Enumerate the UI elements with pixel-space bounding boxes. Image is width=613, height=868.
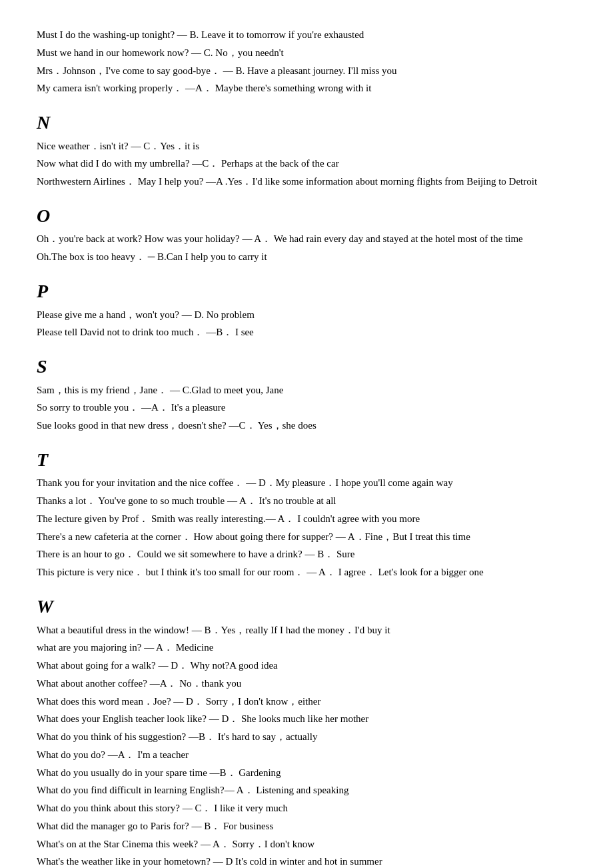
section-line: What do you think of his suggestion? —B．… — [37, 729, 576, 745]
section-line: What did the manager go to Paris for? — … — [37, 818, 576, 835]
section-line: Sam，this is my friend，Jane． — C.Glad to … — [37, 382, 576, 399]
section-line: This picture is very nice． but I think i… — [37, 564, 576, 581]
section-letter-p: P — [37, 280, 576, 303]
section-line: What do you do? —A． I'm a teacher — [37, 747, 576, 763]
section-letter-s: S — [37, 355, 576, 378]
section-line: What a beautiful dress in the window! — … — [37, 622, 576, 639]
top-line: Must I do the washing-up tonight? — B. L… — [37, 27, 576, 43]
section-line: Please give me a hand，won't you? — D. No… — [37, 307, 576, 323]
top-line: Mrs．Johnson，I've come to say good-bye． —… — [37, 63, 576, 79]
top-line: My camera isn't working properly． —A． Ma… — [37, 80, 576, 97]
section-line: What do you find difficult in learning E… — [37, 782, 576, 799]
section-line: Thanks a lot． You've gone to so much tro… — [37, 493, 576, 509]
section-letter-o: O — [37, 205, 576, 227]
section-line: What do you usually do in your spare tim… — [37, 765, 576, 781]
section-line: Thank you for your invitation and the ni… — [37, 475, 576, 491]
section-line: What do you think about this story? — C．… — [37, 800, 576, 817]
section-line: What about another coffee? —A． No．thank … — [37, 675, 576, 692]
section-line: What's on at the Star Cinema this week? … — [37, 836, 576, 853]
section-line: The lecture given by Prof． Smith was rea… — [37, 511, 576, 527]
section-letter-w: W — [37, 595, 576, 618]
top-section: Must I do the washing-up tonight? — B. L… — [37, 27, 576, 97]
section-line: What about going for a walk? — D． Why no… — [37, 657, 576, 674]
section-line: Please tell David not to drink too much．… — [37, 324, 576, 341]
section-line: Oh．you're back at work? How was your hol… — [37, 231, 576, 247]
section-line: There's a new cafeteria at the corner． H… — [37, 529, 576, 545]
section-line: What does your English teacher look like… — [37, 711, 576, 727]
section-line: What's the weather like in your hometown… — [37, 853, 576, 868]
section-line: What does this word mean．Joe? — D． Sorry… — [37, 693, 576, 710]
section-line: Oh.The box is too heavy． ─ B.Can I help … — [37, 249, 576, 265]
page-content: NNice weather．isn't it? — C．Yes．it isNow… — [37, 111, 576, 868]
section-line: Northwestern Airlines． May I help you? —… — [37, 173, 576, 190]
section-line: Now what did I do with my umbrella? —C． … — [37, 155, 576, 172]
section-line: Sue looks good in that new dress，doesn't… — [37, 417, 576, 434]
section-letter-t: T — [37, 449, 576, 471]
section-line: what are you majoring in? — A． Medicine — [37, 639, 576, 656]
section-line: Nice weather．isn't it? — C．Yes．it is — [37, 138, 576, 155]
section-line: There is an hour to go． Could we sit som… — [37, 546, 576, 563]
top-line: Must we hand in our homework now? — C. N… — [37, 45, 576, 61]
section-letter-n: N — [37, 111, 576, 134]
section-line: So sorry to trouble you． —A． It's a plea… — [37, 399, 576, 416]
